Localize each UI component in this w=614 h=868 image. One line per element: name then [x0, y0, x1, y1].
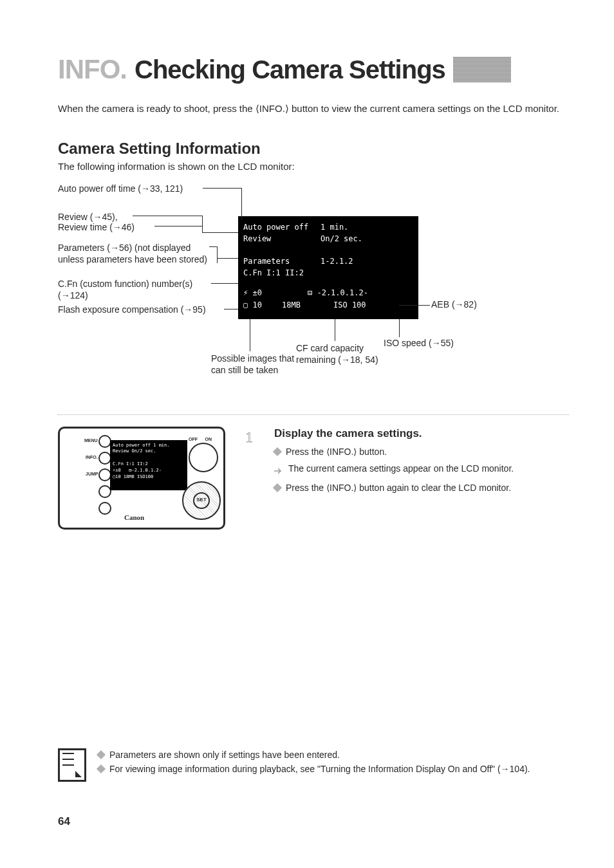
- note-2: For viewing image information during pla…: [109, 763, 530, 776]
- bullet-icon: [97, 764, 106, 773]
- lcd-review-val: On/2 sec.: [321, 234, 362, 243]
- note-1: Parameters are shown only if settings ha…: [109, 749, 340, 762]
- cam-zoom-button: [98, 485, 111, 498]
- step-b2: The current camera settings appear on th…: [288, 463, 514, 477]
- ann-parameters: Parameters (→56) (not displayed unless p…: [58, 242, 212, 266]
- lcd-auto-label: Auto power off: [243, 221, 321, 234]
- step-b3: Press the ⟨INFO.⟩ button again to clear …: [286, 482, 511, 495]
- step-title: Display the camera settings.: [274, 427, 569, 441]
- cam-brand: Canon: [124, 513, 144, 522]
- lcd-aeb: ⊟ -2.1.0.1.2-: [308, 288, 368, 297]
- lcd-shots: ▢ 10: [243, 299, 282, 311]
- lcd-flash: ⚡ ±0: [243, 287, 308, 299]
- camera-back-illustration: MENU INFO. JUMP Auto power off 1 min.Rev…: [58, 427, 225, 530]
- cam-mode-dial: [189, 443, 218, 472]
- note-box: Parameters are shown only if settings ha…: [58, 748, 569, 782]
- step-section: MENU INFO. JUMP Auto power off 1 min.Rev…: [58, 414, 569, 530]
- ann-auto-power: Auto power off time (→33, 121): [58, 183, 206, 195]
- cam-on-label: ON: [205, 436, 212, 442]
- step-body: Display the camera settings. Press the ⟨…: [274, 427, 569, 530]
- section-sub: The following information is shown on th…: [58, 160, 569, 173]
- page-number: 64: [58, 815, 70, 829]
- ann-possible: Possible images that can still be taken: [211, 353, 308, 377]
- lcd-param-val: 1-2.1.2: [321, 257, 353, 266]
- ann-flash: Flash exposure compensation (→95): [58, 304, 225, 316]
- section-heading: Camera Setting Information: [58, 138, 569, 159]
- ann-cfn: C.Fn (custom function) number(s) (→124): [58, 278, 219, 302]
- lcd-screen: Auto power off1 min. ReviewOn/2 sec. Par…: [238, 216, 418, 319]
- cam-jump-button: [98, 468, 111, 481]
- cam-menu-button: [98, 435, 111, 448]
- lcd-iso: ISO 100: [333, 300, 366, 309]
- lcd-review-label: Review: [243, 233, 321, 245]
- ann-cf: CF card capacity remaining (→18, 54): [296, 342, 399, 367]
- lcd-cfn: C.Fn I:1 II:2: [243, 268, 304, 277]
- cam-info-button: [98, 452, 111, 465]
- cam-jump-label: JUMP: [86, 471, 98, 477]
- step-number-1: 1: [242, 428, 257, 530]
- lcd-annotation-diagram: Auto power off1 min. ReviewOn/2 sec. Par…: [58, 183, 569, 395]
- cam-off-label: OFF: [189, 436, 198, 442]
- cam-info-label: INFO.: [86, 454, 98, 460]
- arrow-icon: [274, 465, 283, 477]
- bullet-icon: [273, 447, 282, 456]
- cam-set-button: SET: [193, 492, 210, 509]
- ann-review-time: Review time (→46): [58, 221, 135, 234]
- title-prefix: INFO.: [58, 51, 127, 88]
- cam-menu-label: MENU: [84, 438, 98, 443]
- title-decoration-bar: [453, 57, 511, 82]
- ann-aeb: AEB (→82): [431, 299, 477, 311]
- page-title-row: INFO. Checking Camera Settings: [58, 51, 569, 88]
- bullet-icon: [97, 750, 106, 759]
- note-icon: [58, 748, 86, 782]
- cam-mini-lcd: Auto power off 1 min.Review On/2 sec.C.F…: [110, 440, 187, 490]
- lcd-param-label: Parameters: [243, 255, 321, 268]
- lcd-auto-val: 1 min.: [321, 223, 348, 232]
- step-b1: Press the ⟨INFO.⟩ button.: [286, 446, 387, 459]
- svg-text:1: 1: [245, 429, 253, 445]
- title-main: Checking Camera Settings: [135, 52, 445, 87]
- cam-control-dial: SET: [182, 481, 221, 520]
- lcd-cf: 18MB: [282, 299, 333, 311]
- intro-paragraph: When the camera is ready to shoot, press…: [58, 102, 569, 115]
- cam-play-button: [98, 502, 111, 515]
- bullet-icon: [273, 483, 282, 492]
